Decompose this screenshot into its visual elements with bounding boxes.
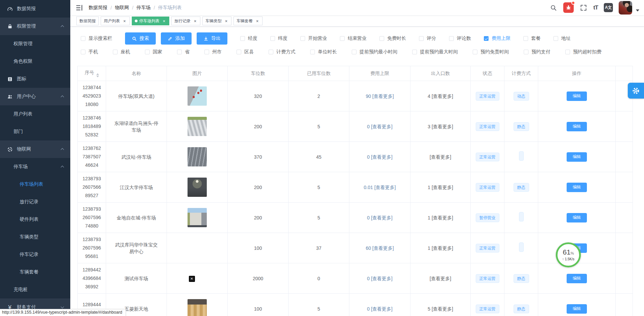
filter-checkbox[interactable]: 套餐: [523, 35, 541, 42]
view-more-link[interactable]: 1 [查看更多]: [411, 172, 471, 203]
filter-checkbox[interactable]: 免费时长: [379, 35, 406, 42]
filter-checkbox[interactable]: 座机: [113, 49, 130, 55]
filter-checkbox[interactable]: 结束营业: [340, 35, 367, 42]
filter-checkbox[interactable]: 费用上限: [484, 35, 511, 42]
sidebar-item-parking-list[interactable]: 停车场列表: [0, 176, 70, 193]
sort-caret-icon[interactable]: [96, 73, 99, 77]
breadcrumb-item[interactable]: 停车场: [137, 5, 151, 11]
sidebar-item-permission[interactable]: 权限管理: [0, 18, 70, 35]
download-progress-overlay[interactable]: 61% ↑ 1.5K/s: [556, 242, 581, 267]
tab-tag[interactable]: 数据简报: [76, 17, 99, 25]
tab-tag[interactable]: 车辆套餐×: [233, 17, 263, 25]
sidebar-item-user-list[interactable]: 用户列表: [0, 105, 70, 123]
view-more-link[interactable]: 60 [查看更多]: [349, 233, 411, 263]
search-icon[interactable]: [549, 4, 558, 12]
filter-checkbox[interactable]: 提前预约最小时间: [352, 49, 397, 55]
sidebar-item-label: 物联网: [17, 146, 31, 152]
edit-button[interactable]: 编辑: [567, 122, 587, 131]
view-more-link[interactable]: 0 [查看更多]: [349, 203, 411, 233]
cell-status: 正常运营: [471, 111, 504, 142]
filter-checkbox[interactable]: 提前预约最大时间: [412, 49, 458, 55]
view-more-link[interactable]: 90 [查看更多]: [349, 81, 411, 111]
view-more-link[interactable]: 1 [查看更多]: [411, 203, 471, 233]
search-button[interactable]: 搜索: [125, 32, 156, 45]
filter-checkbox[interactable]: 手机: [81, 49, 98, 55]
breadcrumb-item[interactable]: 物联网: [115, 5, 129, 11]
error-log-bug-button[interactable]: [563, 2, 574, 13]
tab-tag[interactable]: 用户列表×: [101, 17, 130, 25]
filter-checkbox[interactable]: 省: [177, 49, 190, 55]
view-more-link[interactable]: 0 [查看更多]: [349, 294, 411, 316]
view-more-link[interactable]: 0 [查看更多]: [349, 263, 411, 294]
tab-tag[interactable]: 车辆类型×: [202, 17, 231, 25]
column-header-status: 状态: [471, 66, 504, 81]
filter-checkbox[interactable]: 预约支付: [524, 49, 550, 55]
view-more-link[interactable]: [查看更多]: [411, 142, 471, 172]
column-header-blank: [616, 66, 633, 81]
sidebar-item-iot[interactable]: 物联网: [0, 140, 70, 158]
breadcrumb-item[interactable]: 数据简报: [89, 5, 107, 11]
filter-checkbox[interactable]: 纬度: [270, 35, 288, 42]
view-more-link[interactable]: 4 [查看更多]: [411, 81, 471, 111]
filter-checkbox[interactable]: 评论数: [449, 35, 471, 42]
sidebar-item-charging-pile[interactable]: 充电桩: [0, 281, 70, 298]
close-icon[interactable]: ×: [193, 19, 197, 23]
edit-button[interactable]: 编辑: [567, 213, 587, 222]
sidebar-item-parking[interactable]: 停车场: [0, 158, 70, 176]
filter-checkbox[interactable]: 国家: [145, 49, 162, 55]
view-more-link[interactable]: [查看更多]: [411, 263, 471, 294]
sidebar-item-pass-records[interactable]: 放行记录: [0, 193, 70, 211]
filter-checkbox[interactable]: 地址: [553, 35, 571, 42]
sidebar-item-department[interactable]: 部门: [0, 123, 70, 140]
close-icon[interactable]: ×: [255, 19, 259, 23]
sidebar-item-permission-manage[interactable]: 权限管理: [0, 35, 70, 53]
column-header-used: 已用车位数: [289, 66, 349, 81]
sidebar-item-user-center[interactable]: 用户中心: [0, 88, 70, 105]
view-more-link[interactable]: 5 [查看更多]: [411, 294, 471, 316]
filter-checkbox[interactable]: 评分: [419, 35, 436, 42]
edit-button[interactable]: 编辑: [567, 304, 587, 314]
close-icon[interactable]: ×: [224, 19, 228, 23]
chevron-down-icon[interactable]: [636, 9, 639, 11]
settings-gear-button[interactable]: [628, 83, 644, 99]
view-more-link[interactable]: 1 [查看更多]: [411, 233, 471, 263]
edit-button[interactable]: 编辑: [567, 183, 587, 192]
filter-checkbox[interactable]: 单位时长: [310, 49, 337, 55]
view-more-link[interactable]: 3 [查看更多]: [411, 111, 471, 142]
filter-checkbox[interactable]: 经度: [240, 35, 257, 42]
fullscreen-icon[interactable]: [579, 4, 588, 12]
checkbox-label: 评分: [427, 35, 436, 42]
view-more-link[interactable]: 0.01 [查看更多]: [349, 172, 411, 203]
tab-tag-active[interactable]: 停车场列表×: [132, 17, 169, 25]
text-size-icon[interactable]: tT: [593, 4, 598, 11]
sidebar-item-icons[interactable]: 图标: [0, 70, 70, 88]
sidebar-item-label: 用户列表: [14, 111, 32, 117]
close-icon[interactable]: ×: [122, 19, 127, 23]
filter-checkbox[interactable]: 州市: [204, 49, 222, 55]
avatar[interactable]: [619, 1, 632, 15]
sidebar-item-hardware-list[interactable]: 硬件列表: [0, 211, 70, 228]
close-icon[interactable]: ×: [162, 19, 166, 23]
filter-checkbox[interactable]: 显示搜索栏: [81, 35, 112, 42]
export-button[interactable]: 导出: [197, 32, 227, 45]
language-icon[interactable]: A文: [604, 3, 613, 12]
tab-tag[interactable]: 放行记录×: [171, 17, 200, 25]
edit-button[interactable]: 编辑: [567, 152, 587, 162]
filter-checkbox[interactable]: 计费方式: [269, 49, 295, 55]
sidebar-item-parking-records[interactable]: 停车记录: [0, 246, 70, 263]
sidebar-item-dashboard[interactable]: 数据简报: [0, 0, 70, 18]
sidebar-item-vehicle-type[interactable]: 车辆类型: [0, 228, 70, 246]
edit-button[interactable]: 编辑: [567, 91, 587, 101]
view-more-link[interactable]: 0 [查看更多]: [349, 111, 411, 142]
filter-checkbox[interactable]: 区县: [237, 49, 254, 55]
sidebar-item-vehicle-package[interactable]: 车辆套餐: [0, 263, 70, 281]
edit-button[interactable]: 编辑: [567, 274, 587, 283]
filter-checkbox[interactable]: 预约超时扣费: [565, 49, 601, 55]
filter-checkbox[interactable]: 预约免责时间: [473, 49, 509, 55]
cell-used: 5: [289, 111, 349, 142]
add-button[interactable]: 添加: [161, 32, 192, 45]
sidebar-item-role-permission[interactable]: 角色权限: [0, 53, 70, 70]
hamburger-icon[interactable]: [76, 4, 83, 11]
view-more-link[interactable]: 0 [查看更多]: [349, 142, 411, 172]
filter-checkbox[interactable]: 开始营业: [300, 35, 327, 42]
